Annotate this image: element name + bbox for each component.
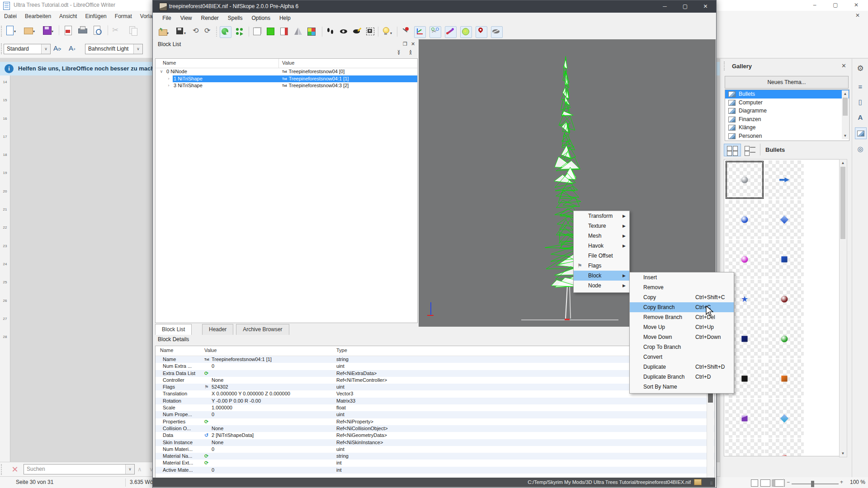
context-menu-item[interactable]: Mesh ▶ (574, 231, 629, 241)
textured-cube-icon[interactable] (279, 26, 290, 37)
submenu-item[interactable]: Duplicate Ctrl+Shift+D (630, 362, 734, 372)
theme-list-scrollbar[interactable]: ▲ ▼ (842, 90, 849, 139)
column-header-value[interactable]: Value (282, 60, 294, 66)
gallery-item[interactable] (725, 160, 764, 199)
submenu-item[interactable]: Copy Branch Ctrl+C (630, 302, 734, 312)
double-sided-icon[interactable] (293, 26, 304, 37)
submenu-item[interactable]: Crop To Branch (630, 342, 734, 352)
scrollbar-thumb[interactable] (840, 167, 845, 239)
context-menu-item[interactable]: Node ▶ (574, 281, 629, 291)
render-view-icon[interactable]: ➤ (220, 26, 231, 38)
gallery-theme-row[interactable]: Diagramme (725, 107, 849, 115)
column-header-name[interactable]: Name (160, 347, 173, 353)
gallery-grid-scrollbar[interactable]: ▲ ▼ (839, 159, 847, 457)
book-view-icon[interactable] (772, 479, 785, 487)
vertical-ruler[interactable]: 141516171819202122232425262728 (0, 75, 10, 462)
gallery-item[interactable] (765, 439, 804, 456)
zoom-out-icon[interactable]: − (787, 479, 790, 485)
gallery-item[interactable] (765, 160, 804, 199)
gallery-item[interactable] (765, 200, 804, 239)
submenu-item[interactable]: Sort By Name (630, 382, 734, 392)
toolbar-grip[interactable] (1, 464, 4, 475)
lo-minimize-button[interactable]: – (808, 1, 821, 9)
paragraph-style-combo[interactable]: Standard∨ (4, 44, 51, 54)
lo-close-button[interactable]: ✕ (849, 1, 863, 9)
undo-icon[interactable]: ⟲ (193, 26, 203, 37)
scroll-up-icon[interactable]: ▲ (842, 90, 849, 97)
sidebar-navigator-icon[interactable]: ◎ (855, 144, 866, 155)
chevron-down-icon[interactable]: ∨ (133, 44, 142, 54)
detail-row[interactable]: Material Ext... ⟳ int (156, 460, 714, 466)
nif-menu-item[interactable]: Options (247, 13, 275, 23)
redo-icon[interactable]: ⟳ (204, 26, 215, 37)
open-file-icon[interactable]: ▾ (24, 25, 34, 36)
gallery-item[interactable] (765, 280, 804, 319)
nif-menu-item[interactable]: File (158, 13, 175, 23)
gallery-item[interactable] (725, 439, 764, 456)
scrollbar-thumb[interactable] (843, 98, 848, 116)
page-count-status[interactable]: Seite 30 von 31 (16, 479, 53, 485)
find-close-icon[interactable]: ✕ (10, 465, 20, 474)
submenu-item[interactable]: Copy Ctrl+Shift+C (630, 292, 734, 302)
toolbar-grip[interactable] (1, 26, 4, 37)
dock-tab-block-list[interactable]: Block List (155, 324, 192, 335)
gallery-theme-row[interactable]: Finanzen (725, 115, 849, 124)
detail-row[interactable]: Data ↺2 [NiTriShapeData] Ref<NiGeometryD… (156, 432, 714, 439)
scroll-up-icon[interactable]: ▲ (840, 160, 846, 166)
nifskope-titlebar[interactable]: treepineforest04BIEX.nif - NifSkope 2.0.… (153, 0, 716, 13)
sidebar-properties-icon[interactable]: ≡ (855, 81, 866, 92)
scroll-down-icon[interactable]: ▼ (840, 450, 846, 457)
nif-menu-item[interactable]: Help (275, 13, 295, 23)
save-icon[interactable]: ▾ (42, 25, 53, 36)
chevron-down-icon[interactable]: ∨ (125, 465, 134, 474)
block-list-tree[interactable]: Name Value ∨ 0 NiNode TxtTreepineforests… (155, 58, 418, 323)
gallery-theme-row[interactable]: Bullets (725, 90, 849, 99)
detail-view-toggle[interactable] (742, 144, 759, 156)
detail-row[interactable]: Scale 1.000000 float (156, 404, 714, 411)
scroll-down-icon[interactable]: ▼ (842, 132, 849, 139)
nif-open-icon[interactable]: ↰▾ (158, 26, 169, 37)
resize-grip[interactable]: ⠿ (710, 481, 713, 486)
havok-shapes-icon[interactable] (460, 26, 472, 38)
nif-maximize-button[interactable]: ▢ (675, 0, 695, 13)
solid-cube-icon[interactable] (266, 26, 277, 37)
submenu-item[interactable]: Move Down Ctrl+Down (630, 332, 734, 342)
nif-save-icon[interactable]: ▾ (175, 26, 186, 37)
update-style-icon[interactable]: A⟳ (53, 44, 61, 52)
nif-menu-item[interactable]: Render (196, 13, 223, 23)
zoom-in-icon[interactable]: + (840, 479, 843, 485)
column-header-value[interactable]: Value (204, 347, 217, 353)
collapse-all-icon[interactable]: ∨ ∨ (396, 50, 402, 55)
detail-row[interactable]: Num Prope... 0 uint (156, 411, 714, 418)
detail-row[interactable]: Properties ⟳ Ref<NiProperty> (156, 418, 714, 425)
nif-menu-item[interactable]: Spells (223, 13, 247, 23)
new-style-icon[interactable]: A+ (69, 44, 75, 52)
screenshot-icon[interactable] (365, 26, 376, 37)
gallery-item[interactable] (765, 319, 804, 358)
word-count-status[interactable]: 3.635 Wör (130, 479, 155, 485)
lo-menu-item[interactable]: Format (111, 11, 136, 22)
submenu-item[interactable]: Insert (630, 272, 734, 282)
nif-minimize-button[interactable]: ─ (655, 0, 675, 13)
nif-close-button[interactable]: ✕ (695, 0, 716, 13)
lighting-icon[interactable]: ▾ (382, 26, 392, 37)
dock-tab-archive-browser[interactable]: Archive Browser (236, 324, 289, 335)
gallery-item[interactable] (725, 399, 764, 438)
block-list-row[interactable]: ∨ 0 NiNode TxtTreepineforestsnow04 [0] (156, 68, 417, 75)
detail-row[interactable]: Skin Instance None Ref<NiSkinInstance> (156, 439, 714, 446)
detail-row[interactable]: Rotation Y -0.00 P 0.00 R -0.00 Matrix33 (156, 398, 714, 404)
eye-edit-icon[interactable] (353, 26, 363, 37)
submenu-item[interactable]: Duplicate Branch Ctrl+D (630, 372, 734, 382)
gallery-theme-row[interactable]: Klänge (725, 123, 849, 132)
lo-menu-item[interactable]: Einfügen (81, 11, 110, 22)
tree-expander-icon[interactable]: ∨ (159, 68, 164, 75)
font-name-combo[interactable]: Bahnschrift Light∨ (85, 44, 143, 54)
dock-close-icon[interactable]: ✕ (411, 41, 415, 47)
print-icon[interactable] (78, 25, 89, 36)
gallery-item[interactable] (725, 200, 764, 239)
context-menu-item[interactable]: Havok ▶ (574, 241, 629, 251)
gallery-item[interactable] (765, 240, 804, 279)
markers-icon[interactable] (476, 26, 487, 38)
print-preview-icon[interactable] (92, 25, 103, 36)
dock-tab-header[interactable]: Header (202, 324, 233, 335)
